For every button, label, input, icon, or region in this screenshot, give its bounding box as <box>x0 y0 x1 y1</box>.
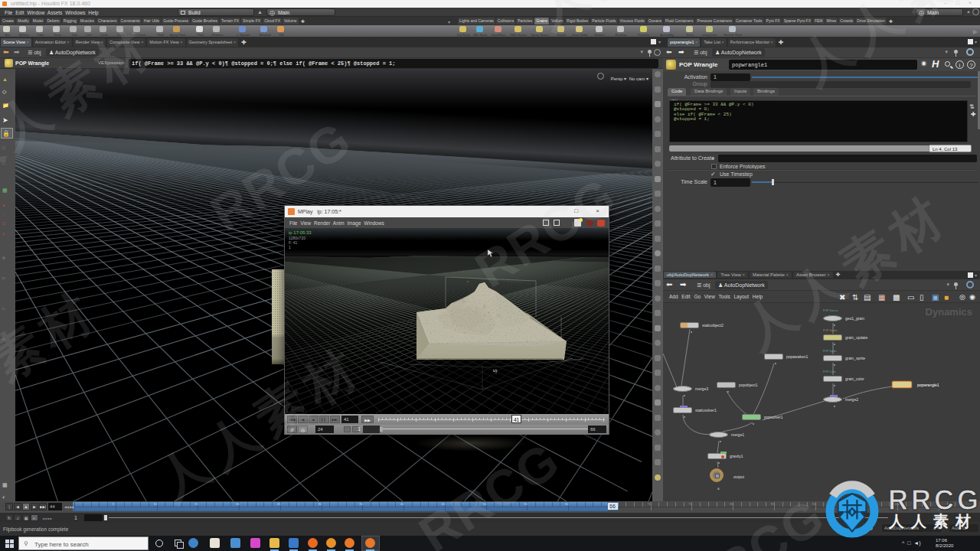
svg-text:人人素材: 人人素材 <box>888 513 978 530</box>
svg-text:RRCG: RRCG <box>888 484 978 516</box>
